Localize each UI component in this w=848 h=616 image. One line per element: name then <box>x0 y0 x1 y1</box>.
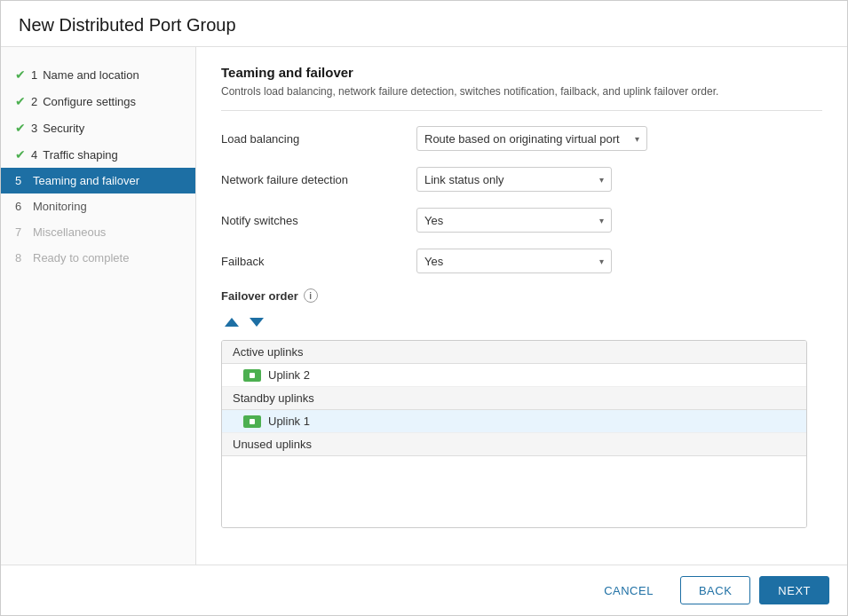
uplink-2-icon <box>243 369 261 382</box>
sidebar-step6-num: 6 <box>15 200 28 213</box>
uplink-2-item[interactable]: Uplink 2 <box>222 364 806 387</box>
sidebar-item-teaming-failover[interactable]: 5 Teaming and failover <box>1 168 195 193</box>
sidebar: ✔ 1 Name and location ✔ 2 Configure sett… <box>1 47 196 565</box>
failover-order-label: Failover order <box>221 289 298 303</box>
arrow-up-icon <box>225 318 239 327</box>
notify-switches-dropdown[interactable]: Yes ▾ <box>416 208 612 233</box>
sidebar-step2-label: Configure settings <box>43 95 136 108</box>
load-balancing-dropdown[interactable]: Route based on originating virtual port … <box>416 126 647 151</box>
sidebar-step1-num: 1 <box>31 68 37 82</box>
dialog-footer: CANCEL BACK NEXT <box>1 565 847 615</box>
sidebar-step8-num: 8 <box>15 251 28 265</box>
load-balancing-value: Route based on originating virtual port <box>424 132 620 146</box>
failback-arrow-icon: ▾ <box>599 257 604 266</box>
sidebar-item-configure-settings: ✔ 2 Configure settings <box>1 88 195 115</box>
sidebar-item-monitoring[interactable]: 6 Monitoring <box>1 193 195 219</box>
section-desc: Controls load balancing, network failure… <box>221 85 822 111</box>
dialog-title: New Distributed Port Group <box>1 1 847 47</box>
failover-table: Active uplinks Uplink 2 Standby uplinks … <box>221 340 807 528</box>
load-balancing-row: Load balancing Route based on originatin… <box>221 125 822 152</box>
network-failure-value: Link status only <box>424 173 504 186</box>
new-distributed-port-group-dialog: New Distributed Port Group ✔ 1 Name and … <box>0 0 848 616</box>
failback-dropdown[interactable]: Yes ▾ <box>416 249 612 273</box>
check-icon-2: ✔ <box>15 94 26 108</box>
active-uplinks-header: Active uplinks <box>222 341 806 364</box>
check-icon-4: ✔ <box>15 147 26 162</box>
network-failure-label: Network failure detection <box>221 173 416 186</box>
notify-switches-label: Notify switches <box>221 214 416 227</box>
sidebar-item-miscellaneous: 7 Miscellaneous <box>1 219 195 245</box>
load-balancing-label: Load balancing <box>221 132 416 146</box>
sidebar-step4-num: 4 <box>31 148 37 162</box>
failback-row: Failback Yes ▾ <box>221 248 822 274</box>
failover-order-title: Failover order i <box>221 288 822 303</box>
sidebar-step5-label: Teaming and failover <box>33 174 139 187</box>
notify-switches-row: Notify switches Yes ▾ <box>221 207 822 233</box>
failback-value: Yes <box>424 255 443 268</box>
check-icon-1: ✔ <box>15 67 26 82</box>
sidebar-step8-label: Ready to complete <box>33 251 129 265</box>
sidebar-step3-num: 3 <box>31 122 37 135</box>
network-failure-arrow-icon: ▾ <box>599 175 604 185</box>
next-button[interactable]: NEXT <box>759 576 829 604</box>
unused-uplinks-header: Unused uplinks <box>222 433 806 456</box>
uplink-1-icon <box>243 415 261 428</box>
move-up-button[interactable] <box>221 312 242 333</box>
sidebar-step6-label: Monitoring <box>33 200 87 213</box>
network-failure-dropdown[interactable]: Link status only ▾ <box>416 167 612 192</box>
notify-switches-value: Yes <box>424 214 443 227</box>
sidebar-step5-num: 5 <box>15 174 28 187</box>
dialog-body: ✔ 1 Name and location ✔ 2 Configure sett… <box>1 47 847 565</box>
sidebar-step7-num: 7 <box>15 225 28 239</box>
info-icon[interactable]: i <box>304 288 318 303</box>
sidebar-item-traffic-shaping: ✔ 4 Traffic shaping <box>1 141 195 168</box>
sidebar-step3-label: Security <box>43 122 84 135</box>
sidebar-item-name-location: ✔ 1 Name and location <box>1 61 195 88</box>
notify-switches-arrow-icon: ▾ <box>599 216 604 225</box>
standby-uplinks-header: Standby uplinks <box>222 387 806 410</box>
main-content: Teaming and failover Controls load balan… <box>196 47 847 565</box>
sidebar-step1-label: Name and location <box>43 68 139 82</box>
unused-uplinks-area <box>222 456 806 527</box>
cancel-button[interactable]: CANCEL <box>586 576 671 604</box>
network-failure-row: Network failure detection Link status on… <box>221 166 822 193</box>
failback-label: Failback <box>221 255 416 268</box>
arrow-buttons-container <box>221 312 822 333</box>
uplink-1-label: Uplink 1 <box>268 415 310 428</box>
arrow-down-icon <box>250 318 264 327</box>
sidebar-item-security: ✔ 3 Security <box>1 115 195 141</box>
load-balancing-arrow-icon: ▾ <box>635 134 639 144</box>
failover-order-section: Failover order i Active uplinks <box>221 288 822 528</box>
section-title: Teaming and failover <box>221 65 822 80</box>
sidebar-step4-label: Traffic shaping <box>43 148 118 162</box>
check-icon-3: ✔ <box>15 121 26 135</box>
sidebar-item-ready-to-complete: 8 Ready to complete <box>1 245 195 271</box>
move-down-button[interactable] <box>246 312 267 333</box>
back-button[interactable]: BACK <box>680 576 750 604</box>
sidebar-step7-label: Miscellaneous <box>33 225 106 239</box>
uplink-2-label: Uplink 2 <box>268 368 310 382</box>
sidebar-step2-num: 2 <box>31 95 37 108</box>
uplink-1-item[interactable]: Uplink 1 <box>222 410 806 433</box>
